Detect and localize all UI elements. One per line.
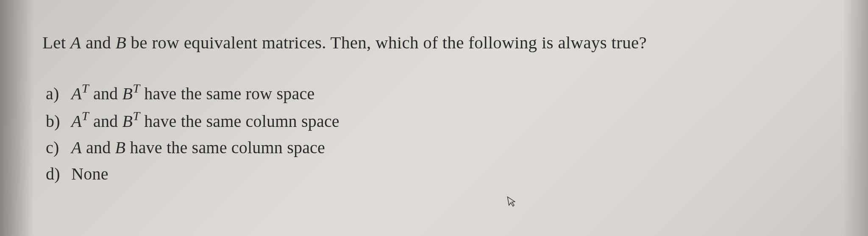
option-a-m2-base: B [122,84,133,103]
option-a-m1-base: A [71,84,82,103]
option-d-label: d) [46,161,67,187]
option-a-mid: and [89,84,122,103]
option-b-m2-base: B [122,112,133,131]
option-c-m2-base: B [115,138,126,157]
option-b: b) AT and BT have the same column space [46,107,847,135]
variable-B: B [116,33,126,52]
prompt-text-post: be row equivalent matrices. Then, which … [126,33,647,52]
option-a-m2-sup: T [133,81,140,95]
option-d-text: None [71,164,108,183]
option-a-label: a) [46,81,67,107]
option-b-m1-base: A [71,112,82,131]
variable-A: A [70,33,81,52]
cursor-icon [506,194,518,211]
option-c-m1-base: A [71,138,82,157]
option-a-m1-sup: T [82,81,89,95]
option-b-post: have the same column space [140,112,339,131]
option-b-label: b) [46,108,67,135]
option-b-mid: and [89,112,122,131]
option-c-label: c) [46,135,67,161]
question-prompt: Let A and B be row equivalent matrices. … [42,30,847,56]
prompt-text-mid: and [81,33,115,52]
option-c-post: have the same column space [125,138,325,157]
option-b-m1-sup: T [82,109,89,123]
option-a: a) AT and BT have the same row space [46,79,847,107]
option-c: c) A and B have the same column space [46,135,847,161]
prompt-text-pre: Let [42,33,70,52]
option-c-mid: and [82,138,115,157]
option-b-m2-sup: T [133,109,140,123]
options-list: a) AT and BT have the same row space b) … [42,79,847,188]
option-a-post: have the same row space [140,84,314,103]
option-d: d) None [46,161,847,187]
